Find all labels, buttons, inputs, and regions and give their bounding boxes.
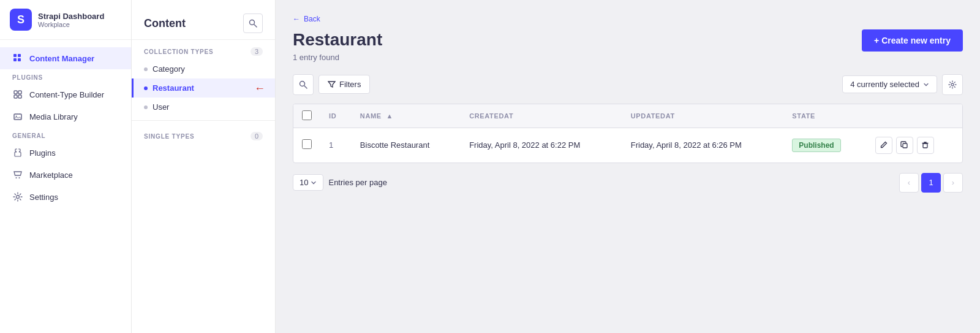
content-type-builder-icon [12, 89, 23, 100]
svg-point-13 [250, 20, 255, 25]
sidebar-item-marketplace[interactable]: Marketplace [0, 164, 131, 186]
sidebar-item-settings[interactable]: Settings [0, 186, 131, 208]
data-table: ID NAME ▲ CREATEDAT UPDATEDAT [293, 104, 962, 163]
svg-point-12 [17, 196, 20, 199]
toolbar: Filters 4 currently selected [293, 74, 963, 95]
page-1-button[interactable]: 1 [921, 173, 941, 193]
header-createdat-label: CREATEDAT [469, 112, 513, 120]
header-state-label: STATE [792, 112, 815, 120]
brand-header: S Strapi Dashboard Workplace [0, 0, 131, 40]
sidebar-nav: Content Manager PLUGINS Content-Type Bui… [0, 40, 131, 333]
duplicate-row-button[interactable] [896, 137, 913, 154]
create-new-entry-button[interactable]: + Create new entry [862, 29, 963, 52]
edit-row-button[interactable] [875, 137, 892, 154]
sort-icon: ▲ [386, 112, 394, 120]
table-header-row: ID NAME ▲ CREATEDAT UPDATEDAT [293, 104, 962, 128]
row-actions-cell [867, 128, 962, 163]
single-types-section-header: SINGLE TYPES 0 [132, 124, 275, 144]
pagination-nav: ‹ 1 › [899, 173, 963, 193]
select-all-checkbox[interactable] [302, 110, 312, 120]
edit-icon [12, 53, 23, 64]
columns-select[interactable]: 4 currently selected [842, 75, 937, 93]
svg-rect-1 [13, 58, 17, 61]
sidebar-item-content-type-builder[interactable]: Content-Type Builder [0, 83, 131, 105]
table-head: ID NAME ▲ CREATEDAT UPDATEDAT [293, 104, 962, 128]
svg-rect-6 [14, 95, 17, 98]
sidebar: S Strapi Dashboard Workplace Content Man… [0, 0, 132, 333]
row-checkbox-cell [293, 128, 320, 163]
svg-point-15 [951, 83, 954, 86]
page-header: Restaurant 1 entry found + Create new en… [293, 29, 963, 62]
svg-rect-5 [18, 91, 21, 94]
filters-button[interactable]: Filters [318, 75, 370, 94]
toolbar-right: 4 currently selected [842, 74, 963, 95]
per-page-dropdown[interactable]: 10 [293, 174, 323, 191]
content-type-item-user[interactable]: User [132, 98, 275, 117]
page-header-left: Restaurant 1 entry found [293, 29, 382, 62]
back-link[interactable]: ← Back [293, 15, 963, 23]
delete-row-button[interactable] [917, 137, 934, 154]
back-arrow-icon: ← [293, 15, 300, 23]
row-createdat: Friday, April 8, 2022 at 6:22 PM [461, 128, 622, 163]
header-updatedat: UPDATEDAT [622, 104, 784, 128]
main-content: ← Back Restaurant 1 entry found + Create… [276, 0, 980, 333]
svg-rect-3 [18, 58, 21, 61]
row-actions [875, 137, 954, 154]
content-search-button[interactable] [243, 13, 263, 33]
svg-rect-0 [13, 54, 17, 57]
header-actions [867, 104, 962, 128]
header-createdat: CREATEDAT [461, 104, 622, 128]
pagination-bar: 10 Entries per page ‹ 1 › [293, 173, 963, 193]
bullet-icon-user [144, 105, 148, 109]
next-page-button[interactable]: › [943, 173, 963, 193]
sidebar-item-label-marketplace: Marketplace [29, 170, 73, 180]
per-page-value: 10 [300, 178, 308, 187]
toolbar-search-button[interactable] [293, 74, 314, 95]
content-type-item-restaurant[interactable]: Restaurant ← [132, 78, 275, 98]
content-type-item-category[interactable]: Category [132, 59, 275, 78]
media-library-icon [12, 111, 23, 122]
row-id: 1 [320, 128, 352, 163]
header-checkbox-cell [293, 104, 320, 128]
row-state: Published [783, 128, 866, 163]
svg-point-14 [300, 81, 305, 86]
content-type-label-user: User [153, 102, 169, 112]
sidebar-item-plugins[interactable]: Plugins [0, 142, 131, 164]
sidebar-item-label-settings: Settings [29, 193, 58, 202]
content-panel-header: Content [132, 0, 275, 40]
svg-rect-7 [18, 95, 21, 98]
arrow-indicator: ← [254, 82, 265, 94]
row-updatedat: Friday, April 8, 2022 at 6:26 PM [622, 128, 784, 163]
brand-text: Strapi Dashboard Workplace [38, 12, 104, 28]
sidebar-item-label-content-type-builder: Content-Type Builder [29, 90, 104, 99]
sidebar-item-media-library[interactable]: Media Library [0, 105, 131, 128]
settings-gear-button[interactable] [942, 74, 963, 95]
content-type-label-category: Category [153, 64, 185, 74]
sidebar-item-content-manager[interactable]: Content Manager [0, 47, 131, 69]
divider [132, 120, 275, 121]
brand-subtitle: Workplace [38, 21, 104, 28]
per-page-label: Entries per page [328, 178, 386, 187]
toolbar-left: Filters [293, 74, 370, 95]
bullet-icon-active [144, 86, 148, 90]
collection-types-label: COLLECTION TYPES [144, 48, 213, 55]
marketplace-icon [12, 169, 23, 180]
content-panel: Content COLLECTION TYPES 3 Category Rest… [132, 0, 276, 333]
prev-page-button[interactable]: ‹ [899, 173, 919, 193]
entry-count: 1 entry found [293, 53, 382, 62]
row-checkbox[interactable] [302, 139, 312, 149]
header-name[interactable]: NAME ▲ [352, 104, 461, 128]
sidebar-item-label-plugins: Plugins [29, 148, 56, 158]
table-row: 1 Biscotte Restaurant Friday, April 8, 2… [293, 128, 962, 163]
columns-select-label: 4 currently selected [850, 80, 919, 89]
svg-rect-8 [14, 114, 21, 120]
main-area: ← Back Restaurant 1 entry found + Create… [276, 0, 980, 333]
page-title: Restaurant [293, 29, 382, 50]
collection-types-count: 3 [251, 47, 263, 56]
general-section-label: GENERAL [0, 128, 131, 142]
svg-point-11 [19, 177, 20, 178]
svg-rect-16 [903, 144, 907, 148]
header-id-label: ID [329, 112, 336, 120]
row-name: Biscotte Restaurant [352, 128, 461, 163]
header-updatedat-label: UPDATEDAT [631, 112, 675, 120]
